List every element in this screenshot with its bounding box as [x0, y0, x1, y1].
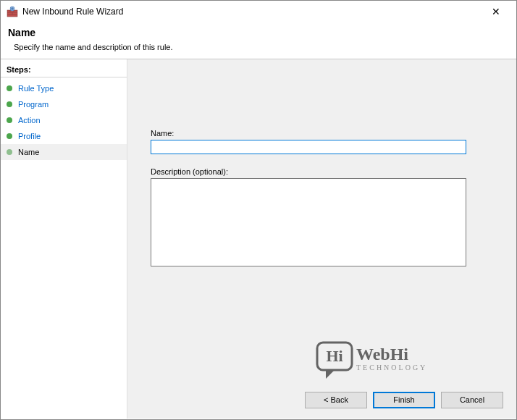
step-program[interactable]: Program: [1, 96, 127, 112]
firewall-icon: [7, 6, 18, 17]
step-label: Name: [18, 148, 39, 156]
step-label: Program: [18, 100, 49, 109]
bullet-icon: [7, 117, 12, 123]
step-label: Rule Type: [18, 84, 54, 93]
bullet-icon: [7, 133, 12, 139]
watermark-badge: Hi: [326, 347, 342, 365]
close-icon: ✕: [492, 6, 500, 17]
name-input[interactable]: [151, 140, 466, 154]
finish-button[interactable]: Finish: [373, 392, 435, 408]
steps-sidebar: Steps: Rule Type Program Action Profile …: [1, 59, 127, 419]
main-panel: Name: Description (optional): Hi WebHi T…: [127, 59, 516, 419]
watermark-logo: Hi WebHi TECHNOLOGY: [316, 337, 468, 382]
titlebar: New Inbound Rule Wizard ✕: [1, 1, 516, 22]
bullet-icon: [7, 101, 12, 107]
svg-point-7: [11, 7, 14, 10]
bullet-icon: [7, 85, 12, 91]
page-title: Name: [8, 27, 509, 38]
cancel-button[interactable]: Cancel: [441, 392, 503, 408]
page-subtitle: Specify the name and description of this…: [14, 43, 509, 51]
step-label: Profile: [18, 132, 41, 140]
description-input[interactable]: [151, 178, 466, 266]
bullet-icon: [7, 149, 12, 155]
window-title: New Inbound Rule Wizard: [22, 7, 123, 17]
step-action[interactable]: Action: [1, 112, 127, 128]
watermark-line2: TECHNOLOGY: [356, 364, 427, 371]
close-button[interactable]: ✕: [482, 1, 510, 22]
wizard-buttons: < Back Finish Cancel: [305, 392, 503, 408]
wizard-header: Name Specify the name and description of…: [1, 22, 516, 59]
watermark-line1: WebHi: [356, 345, 408, 364]
back-button[interactable]: < Back: [305, 392, 367, 408]
step-label: Action: [18, 116, 41, 125]
steps-heading: Steps:: [1, 64, 127, 77]
name-label: Name:: [151, 129, 493, 138]
description-label: Description (optional):: [151, 167, 493, 176]
step-name[interactable]: Name: [1, 144, 127, 160]
step-rule-type[interactable]: Rule Type: [1, 80, 127, 96]
step-profile[interactable]: Profile: [1, 128, 127, 144]
